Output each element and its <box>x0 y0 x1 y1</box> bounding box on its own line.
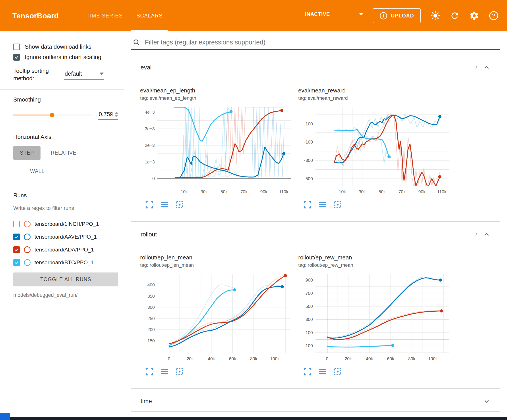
axis-relative-button[interactable]: RELATIVE <box>44 146 83 160</box>
fit-domain-icon[interactable] <box>175 367 184 376</box>
eval-card-header[interactable]: eval 2 <box>131 57 500 78</box>
tab-time-series[interactable]: TIME SERIES <box>81 0 128 31</box>
axis-step-button[interactable]: STEP <box>13 146 41 160</box>
fullscreen-icon[interactable] <box>303 200 312 209</box>
runs-label: Runs <box>13 192 118 199</box>
x-tick-label: 20k <box>345 356 352 361</box>
time-card-header[interactable]: time <box>131 391 500 411</box>
run-row-ada[interactable]: tensorboard/ADA/PPO_1 <box>13 243 118 256</box>
series-tensorboard-aave-ppo-1-unsmoothed- <box>169 285 282 347</box>
card-rollout: rollout 2 rollout/ep_len_meantag: rollou… <box>131 224 500 389</box>
run-color-circle <box>24 234 31 240</box>
run-list: tensorboard/1INCH/PPO_1 tensorboard/AAVE… <box>13 218 118 269</box>
x-tick-label: 40k <box>208 356 215 361</box>
divider <box>0 127 124 127</box>
runs-filter-input[interactable] <box>13 204 118 215</box>
card-title: rollout <box>141 231 157 238</box>
status-dropdown[interactable]: INACTIVE <box>305 11 363 20</box>
chart-eval-mean-reward: eval/mean_rewardtag: eval/mean_reward10k… <box>298 87 453 209</box>
y-tick-label: 350 <box>148 294 155 299</box>
runs-menu-icon[interactable] <box>160 367 169 376</box>
rollout-card-header[interactable]: rollout 2 <box>131 224 500 245</box>
run-row-1inch[interactable]: tensorboard/1INCH/PPO_1 <box>13 218 118 230</box>
slider-fill <box>13 115 52 116</box>
run-checkbox <box>13 259 20 266</box>
tab-scalars[interactable]: SCALARS <box>131 0 169 31</box>
filter-tags-input[interactable] <box>144 39 499 46</box>
help-icon[interactable]: ? <box>489 11 499 21</box>
collapse-chevron-icon[interactable] <box>483 64 490 71</box>
app-title: TensorBoard <box>12 12 59 20</box>
y-tick-label: 700 <box>306 291 313 296</box>
upload-button[interactable]: UPLOAD <box>373 8 421 23</box>
fullscreen-icon[interactable] <box>145 200 154 209</box>
y-tick-label: 0 <box>152 176 155 181</box>
series-tensorboard-aave-ppo-1-unsmoothed- <box>327 277 440 338</box>
runs-menu-icon[interactable] <box>318 367 327 376</box>
bottom-blue-block <box>0 413 10 420</box>
chart-plot[interactable]: 020k40k60k80k100k150200250300350400 <box>140 272 292 363</box>
runs-menu-icon[interactable] <box>160 200 169 209</box>
smoothing-value-input[interactable] <box>98 110 113 118</box>
x-tick-label: 80k <box>408 356 415 361</box>
x-tick-label: 0 <box>326 356 328 361</box>
slider-thumb[interactable] <box>50 113 54 117</box>
smoothing-slider[interactable] <box>13 113 92 117</box>
divider <box>0 89 124 90</box>
stepper-icon[interactable] <box>115 112 118 117</box>
y-tick-label: 100 <box>306 121 313 126</box>
series-tensorboard-aave-ppo-1 <box>327 278 440 338</box>
run-checkbox <box>13 246 20 253</box>
chart-rollout-ep-rew-mean: rollout/ep_rew_meantag: rollout/ep_rew_m… <box>298 254 453 376</box>
tooltip-sorting-dropdown[interactable]: default <box>64 69 104 80</box>
chart-plot[interactable]: 10k30k50k70k90k110k100-100-300-500 <box>298 105 451 196</box>
chart-title: eval/mean_reward <box>298 87 453 94</box>
upload-label: UPLOAD <box>391 13 414 19</box>
smoothing-label: Smoothing <box>13 96 118 103</box>
endpoint-dot <box>282 152 285 155</box>
collapse-chevron-icon[interactable] <box>483 231 490 238</box>
divider <box>0 185 124 185</box>
fit-domain-icon[interactable] <box>333 200 342 209</box>
expand-chevron-icon[interactable] <box>483 397 490 405</box>
chart-plot[interactable]: 10k30k50k70k90k110k01e+32e+33e+34e+3 <box>140 105 292 196</box>
series-tensorboard-btc-ppo-1-unsmoothed- <box>169 285 235 346</box>
refresh-icon[interactable] <box>450 11 460 21</box>
show-download-links-checkbox[interactable]: Show data download links <box>13 43 118 50</box>
chart-eval-mean-ep-length: eval/mean_ep_lengthtag: eval/mean_ep_len… <box>140 87 295 209</box>
endpoint-dot <box>281 285 284 288</box>
chart-title: rollout/ep_len_mean <box>140 254 295 261</box>
run-row-btc[interactable]: tensorboard/BTC/PPO_1 <box>13 256 118 269</box>
run-checkbox <box>13 234 20 240</box>
chart-plot[interactable]: 020k40k60k80k100k-100100300500700900 <box>298 272 451 363</box>
eval-charts-row: eval/mean_ep_lengthtag: eval/mean_ep_len… <box>131 78 500 221</box>
card-time: time <box>131 391 500 412</box>
y-tick-label: 150 <box>148 338 155 343</box>
x-tick-label: 30k <box>201 189 208 194</box>
x-tick-label: 60k <box>387 356 394 361</box>
settings-gear-icon[interactable] <box>469 11 479 21</box>
brightness-icon[interactable] <box>430 11 440 21</box>
status-dropdown-value: INACTIVE <box>305 11 330 17</box>
run-row-aave[interactable]: tensorboard/AAVE/PPO_1 <box>13 230 118 243</box>
fullscreen-icon[interactable] <box>303 367 312 376</box>
rollout-charts-row: rollout/ep_len_meantag: rollout/ep_len_m… <box>131 245 500 388</box>
sidebar: Show data download links Ignore outliers… <box>0 31 124 298</box>
x-tick-label: 100k <box>428 356 438 361</box>
horizontal-axis-label: Horizontal Axis <box>13 134 118 140</box>
ignore-outliers-checkbox[interactable]: Ignore outliers in chart scaling <box>13 54 118 61</box>
runs-directory-label: models/debugged_eval_run/ <box>13 292 118 298</box>
toggle-all-runs-button[interactable]: TOGGLE ALL RUNS <box>13 272 118 286</box>
runs-menu-icon[interactable] <box>318 200 327 209</box>
x-tick-label: 60k <box>229 356 236 361</box>
endpoint-dot <box>280 109 283 112</box>
axis-wall-button[interactable]: WALL <box>23 165 51 178</box>
main-content: eval 2 eval/mean_ep_lengthtag: eval/mean… <box>124 31 507 412</box>
fullscreen-icon[interactable] <box>145 367 154 376</box>
y-tick-label: -300 <box>304 158 313 163</box>
run-color-circle <box>24 246 31 253</box>
tooltip-sorting-label: Tooltip sorting method: <box>13 67 57 82</box>
fit-domain-icon[interactable] <box>333 367 342 376</box>
endpoint-dot <box>438 115 442 118</box>
fit-domain-icon[interactable] <box>175 200 184 209</box>
